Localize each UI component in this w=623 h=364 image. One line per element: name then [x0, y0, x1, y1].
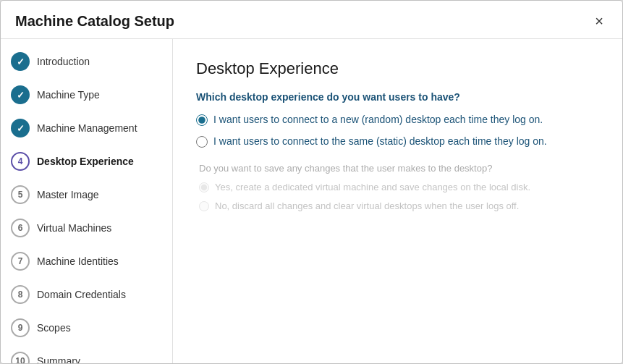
sub-question: Do you want to save any changes that the…	[199, 163, 599, 174]
sidebar-label-2: Machine Type	[37, 89, 100, 101]
sidebar-item-master-image[interactable]: 5Master Image	[1, 178, 172, 211]
step-icon-5: 5	[11, 185, 30, 204]
sidebar-label-3: Machine Management	[37, 122, 137, 134]
step-icon-10: 10	[11, 352, 30, 363]
section-title: Desktop Experience	[196, 59, 599, 78]
radio-random[interactable]: I want users to connect to a new (random…	[196, 113, 599, 127]
sub-radio-discard-label: No, discard all changes and clear virtua…	[215, 200, 519, 213]
sub-radio-discard: No, discard all changes and clear virtua…	[199, 200, 599, 213]
sidebar-label-7: Machine Identities	[37, 255, 119, 267]
radio-static-label: I want users to connect to the same (sta…	[213, 135, 547, 149]
step-icon-6: 6	[11, 219, 30, 237]
step-icon-8: 8	[11, 285, 30, 304]
sidebar-item-domain-credentials[interactable]: 8Domain Credentials	[1, 278, 172, 311]
sidebar-label-6: Virtual Machines	[37, 222, 111, 234]
main-question: Which desktop experience do you want use…	[196, 91, 599, 103]
sidebar-item-introduction[interactable]: ✓Introduction	[1, 45, 172, 78]
step-icon-1: ✓	[11, 52, 30, 71]
sidebar-label-5: Master Image	[37, 189, 99, 200]
radio-static[interactable]: I want users to connect to the same (sta…	[196, 135, 599, 149]
sidebar-label-1: Introduction	[37, 56, 90, 67]
sidebar-item-desktop-experience[interactable]: 4Desktop Experience	[1, 145, 172, 178]
radio-random-input[interactable]	[196, 114, 208, 126]
dialog-title: Machine Catalog Setup	[15, 13, 174, 30]
sub-radio-save: Yes, create a dedicated virtual machine …	[199, 181, 599, 194]
sub-section: Do you want to save any changes that the…	[196, 163, 599, 213]
dialog-body: ✓Introduction✓Machine Type✓Machine Manag…	[1, 39, 622, 363]
step-icon-4: 4	[11, 152, 30, 171]
close-button[interactable]: ×	[590, 12, 608, 30]
sidebar-item-machine-identities[interactable]: 7Machine Identities	[1, 245, 172, 278]
machine-catalog-dialog: Machine Catalog Setup × ✓Introduction✓Ma…	[0, 0, 623, 364]
step-icon-2: ✓	[11, 85, 30, 104]
sub-radio-discard-input	[199, 201, 209, 211]
radio-random-label: I want users to connect to a new (random…	[213, 113, 543, 127]
sidebar-label-8: Domain Credentials	[37, 289, 126, 300]
sidebar-item-machine-management[interactable]: ✓Machine Management	[1, 111, 172, 145]
sidebar-item-summary[interactable]: 10Summary	[1, 344, 172, 363]
step-icon-7: 7	[11, 252, 30, 271]
sidebar-item-virtual-machines[interactable]: 6Virtual Machines	[1, 211, 172, 245]
sidebar-item-machine-type[interactable]: ✓Machine Type	[1, 78, 172, 111]
dialog-header: Machine Catalog Setup ×	[1, 1, 622, 39]
main-content: Desktop Experience Which desktop experie…	[173, 39, 622, 363]
sidebar-item-scopes[interactable]: 9Scopes	[1, 311, 172, 344]
sidebar-label-9: Scopes	[37, 322, 71, 334]
sub-radio-save-input	[199, 182, 209, 192]
sidebar: ✓Introduction✓Machine Type✓Machine Manag…	[1, 39, 173, 363]
sidebar-label-10: Summary	[37, 355, 80, 363]
step-icon-3: ✓	[11, 119, 30, 137]
sub-radio-save-label: Yes, create a dedicated virtual machine …	[215, 181, 530, 194]
step-icon-9: 9	[11, 318, 30, 337]
sidebar-label-4: Desktop Experience	[37, 156, 134, 167]
radio-static-input[interactable]	[196, 136, 208, 148]
